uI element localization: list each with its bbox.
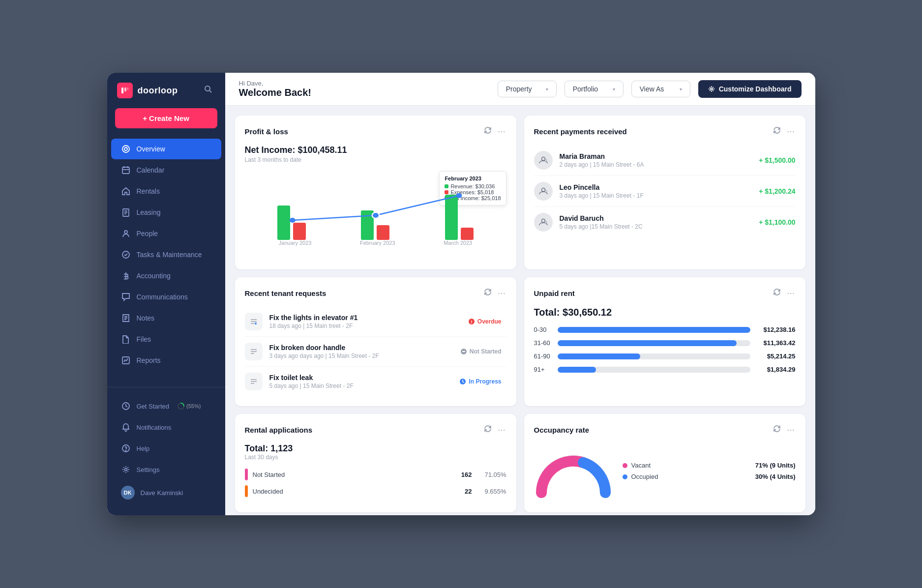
not-started-icon [460,348,467,355]
rent-bar-row-0: 0-30 $12,238.16 [534,326,796,333]
sidebar-item-get-started[interactable]: Get Started (55%) [111,396,221,416]
occupancy-title: Occupancy rate [534,426,590,434]
request-item-1: Fix broken door handle 3 days ago days a… [245,337,506,367]
sidebar-item-people[interactable]: People [111,223,221,244]
portfolio-filter[interactable]: Portfolio ▾ [565,81,624,97]
sidebar-item-leasing[interactable]: Leasing [111,202,221,223]
notifications-icon [121,422,131,432]
payments-title: Recent payments received [534,127,627,136]
rent-bar-label-1: 31-60 [534,339,552,347]
payments-list: Maria Braman 2 days ago | 15 Main Street… [534,145,796,237]
app-color-bar-1 [245,485,248,497]
card-header-requests: Recent tenant requests ⋯ [245,287,506,299]
profit-loss-more-button[interactable]: ⋯ [497,125,506,137]
vacant-value: 71% (9 Units) [755,462,796,469]
svg-rect-2 [127,88,128,90]
svg-point-27 [541,157,545,161]
request-title-0: Fix the lights in elevator #1 [269,314,456,322]
sidebar-item-tasks[interactable]: Tasks & Maintenance [111,244,221,265]
applications-refresh-button[interactable] [483,424,493,436]
sidebar-item-notes[interactable]: Notes [111,308,221,328]
rent-bar-track-2 [558,353,750,359]
vacant-label: Vacant [631,462,651,469]
sidebar-item-overview[interactable]: Overview [111,139,221,159]
svg-line-4 [209,90,211,92]
rent-bar-label-3: 91+ [534,366,552,373]
request-icon-1 [245,343,263,360]
unpaid-rent-more-button[interactable]: ⋯ [786,287,796,299]
sidebar-item-reports[interactable]: Reports [111,350,221,371]
chart-x-labels: January 2023 February 2023 March 2023 [245,240,506,246]
svg-point-6 [124,147,127,150]
sidebar-item-files[interactable]: Files [111,329,221,350]
svg-point-23 [711,88,713,90]
payments-more-button[interactable]: ⋯ [786,125,796,137]
view-as-filter[interactable]: View As ▾ [631,81,690,97]
sidebar-item-user[interactable]: DK Dave Kaminski [111,480,221,505]
rent-bar-row-3: 91+ $1,834.29 [534,366,796,373]
logo-icon [117,83,133,98]
customize-dashboard-button[interactable]: Customize Dashboard [698,80,802,98]
payment-meta-2: 5 days ago |15 Main Street - 2C [560,223,752,230]
sidebar-logo-area: doorloop [107,83,225,108]
profit-loss-refresh-button[interactable] [483,125,493,137]
sidebar: doorloop + Create New Overview [107,73,225,515]
request-meta-2: 5 days ago | 15 Main Street - 2F [269,382,448,389]
sidebar-item-accounting[interactable]: Accounting [111,265,221,286]
requests-list: Fix the lights in elevator #1 18 days ag… [245,307,506,396]
sidebar-item-settings[interactable]: Settings [111,459,221,480]
rent-bar-fill-3 [558,367,596,373]
sidebar-item-label-communications: Communications [137,293,188,301]
requests-more-button[interactable]: ⋯ [497,287,506,299]
card-header-unpaid-rent: Unpaid rent ⋯ [534,287,796,299]
app-row-label-0: Not Started [253,471,447,478]
welcome-back: Welcome Back! [239,87,490,98]
requests-actions: ⋯ [483,287,506,299]
occupancy-actions: ⋯ [772,424,796,436]
dashboard-grid: Profit & loss ⋯ Net Incom [225,106,815,515]
applications-period: Last 30 days [245,454,506,461]
sidebar-item-communications[interactable]: Communications [111,287,221,307]
payment-avatar-2 [534,213,553,232]
search-icon[interactable] [204,85,215,96]
rent-bar-amount-2: $5,214.25 [756,353,796,360]
svg-point-30 [545,190,547,192]
app-row-pct-0: 71.05% [477,471,506,478]
occupancy-refresh-button[interactable] [772,424,782,436]
rental-applications-card: Rental applications ⋯ Tot [235,414,516,512]
settings-icon [121,465,131,474]
sidebar-item-rentals[interactable]: Rentals [111,181,221,202]
sidebar-item-label-get-started: Get Started [137,403,169,410]
payment-name-1: Leo Pincella [560,183,752,191]
occupancy-more-button[interactable]: ⋯ [786,424,796,436]
request-meta-1: 3 days ago days ago | 15 Main Street - 2… [269,353,448,359]
payments-refresh-button[interactable] [772,125,782,137]
rent-bar-fill-0 [558,327,750,333]
profit-loss-card: Profit & loss ⋯ Net Incom [235,116,516,269]
logo-text: doorloop [138,86,178,96]
profit-loss-chart: February 2023 Revenue: $30,036 Expenses:… [245,171,506,260]
communications-icon [121,292,131,302]
svg-text:!: ! [471,320,472,324]
rent-bar-label-0: 0-30 [534,326,552,333]
unpaid-rent-refresh-button[interactable] [772,287,782,299]
sidebar-item-notifications[interactable]: Notifications [111,417,221,438]
create-new-button[interactable]: + Create New [115,108,217,128]
applications-more-button[interactable]: ⋯ [497,424,506,436]
profit-loss-title: Profit & loss [245,127,288,136]
requests-refresh-button[interactable] [483,287,493,299]
calendar-icon [121,165,131,175]
sidebar-item-calendar[interactable]: Calendar [111,160,221,180]
card-header-profit-loss: Profit & loss ⋯ [245,125,506,137]
requests-title: Recent tenant requests [245,289,327,297]
payment-info-1: Leo Pincella 3 days ago | 15 Main Street… [560,183,752,199]
payment-info-2: David Baruch 5 days ago |15 Main Street … [560,214,752,230]
card-header-payments: Recent payments received ⋯ [534,125,796,137]
sidebar-item-help[interactable]: Help [111,438,221,459]
top-bar: Hi Dave, Welcome Back! Property ▾ Portfo… [225,73,815,106]
unpaid-rent-bars: 0-30 $12,238.16 31-60 $11,363.42 [534,326,796,373]
payment-meta-1: 3 days ago | 15 Main Street - 1F [560,192,752,199]
property-filter[interactable]: Property ▾ [498,81,557,97]
status-badge-2: In Progress [454,376,506,387]
rent-bar-track-0 [558,327,750,333]
